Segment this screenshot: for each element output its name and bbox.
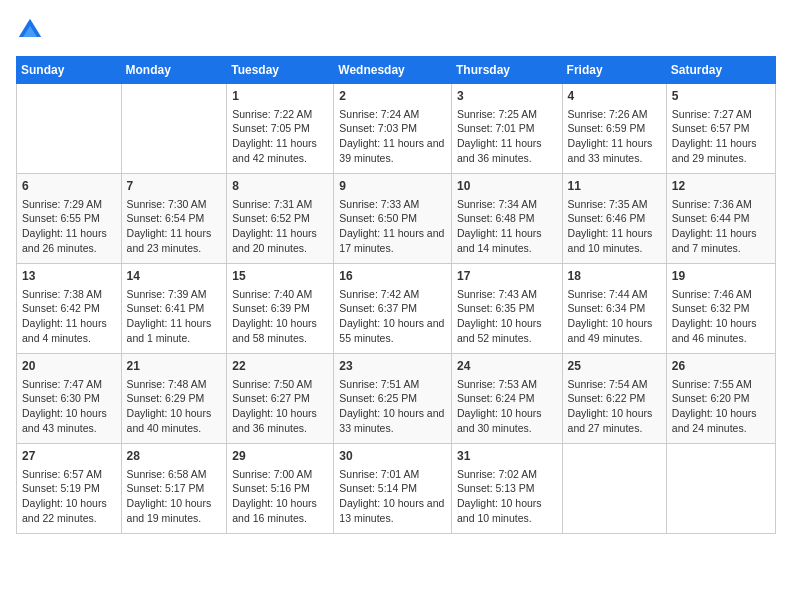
day-detail: Sunrise: 7:02 AM bbox=[457, 467, 557, 482]
day-detail: Daylight: 10 hours and 30 minutes. bbox=[457, 406, 557, 435]
day-number: 22 bbox=[232, 358, 328, 375]
day-number: 23 bbox=[339, 358, 446, 375]
day-detail: Sunrise: 7:53 AM bbox=[457, 377, 557, 392]
day-detail: Sunrise: 7:25 AM bbox=[457, 107, 557, 122]
day-number: 18 bbox=[568, 268, 661, 285]
day-detail: Sunrise: 6:57 AM bbox=[22, 467, 116, 482]
day-detail: Sunrise: 6:58 AM bbox=[127, 467, 222, 482]
day-number: 31 bbox=[457, 448, 557, 465]
day-number: 30 bbox=[339, 448, 446, 465]
day-number: 20 bbox=[22, 358, 116, 375]
day-number: 28 bbox=[127, 448, 222, 465]
day-detail: Sunset: 6:59 PM bbox=[568, 121, 661, 136]
day-detail: Daylight: 11 hours and 14 minutes. bbox=[457, 226, 557, 255]
day-detail: Daylight: 10 hours and 19 minutes. bbox=[127, 496, 222, 525]
day-detail: Sunset: 6:50 PM bbox=[339, 211, 446, 226]
day-detail: Sunset: 5:14 PM bbox=[339, 481, 446, 496]
day-detail: Sunrise: 7:46 AM bbox=[672, 287, 770, 302]
weekday-header-saturday: Saturday bbox=[666, 57, 775, 84]
day-number: 10 bbox=[457, 178, 557, 195]
calendar-cell: 18Sunrise: 7:44 AMSunset: 6:34 PMDayligh… bbox=[562, 264, 666, 354]
day-detail: Sunset: 5:16 PM bbox=[232, 481, 328, 496]
day-number: 27 bbox=[22, 448, 116, 465]
day-number: 13 bbox=[22, 268, 116, 285]
calendar-cell bbox=[666, 444, 775, 534]
day-detail: Sunrise: 7:00 AM bbox=[232, 467, 328, 482]
calendar-cell: 4Sunrise: 7:26 AMSunset: 6:59 PMDaylight… bbox=[562, 84, 666, 174]
day-detail: Sunrise: 7:42 AM bbox=[339, 287, 446, 302]
calendar-cell: 5Sunrise: 7:27 AMSunset: 6:57 PMDaylight… bbox=[666, 84, 775, 174]
logo bbox=[16, 16, 48, 44]
day-number: 7 bbox=[127, 178, 222, 195]
day-number: 26 bbox=[672, 358, 770, 375]
calendar-cell: 25Sunrise: 7:54 AMSunset: 6:22 PMDayligh… bbox=[562, 354, 666, 444]
day-detail: Sunrise: 7:01 AM bbox=[339, 467, 446, 482]
day-detail: Sunrise: 7:50 AM bbox=[232, 377, 328, 392]
calendar-cell: 30Sunrise: 7:01 AMSunset: 5:14 PMDayligh… bbox=[334, 444, 452, 534]
day-detail: Daylight: 10 hours and 43 minutes. bbox=[22, 406, 116, 435]
day-detail: Sunrise: 7:48 AM bbox=[127, 377, 222, 392]
day-detail: Sunset: 7:03 PM bbox=[339, 121, 446, 136]
day-detail: Sunrise: 7:26 AM bbox=[568, 107, 661, 122]
day-detail: Sunset: 5:19 PM bbox=[22, 481, 116, 496]
day-detail: Sunset: 6:20 PM bbox=[672, 391, 770, 406]
day-number: 5 bbox=[672, 88, 770, 105]
day-detail: Sunrise: 7:39 AM bbox=[127, 287, 222, 302]
calendar-cell: 14Sunrise: 7:39 AMSunset: 6:41 PMDayligh… bbox=[121, 264, 227, 354]
day-detail: Sunset: 6:30 PM bbox=[22, 391, 116, 406]
day-number: 15 bbox=[232, 268, 328, 285]
day-detail: Sunrise: 7:33 AM bbox=[339, 197, 446, 212]
calendar-cell: 11Sunrise: 7:35 AMSunset: 6:46 PMDayligh… bbox=[562, 174, 666, 264]
day-detail: Sunrise: 7:55 AM bbox=[672, 377, 770, 392]
day-number: 2 bbox=[339, 88, 446, 105]
calendar-cell: 24Sunrise: 7:53 AMSunset: 6:24 PMDayligh… bbox=[451, 354, 562, 444]
day-detail: Daylight: 11 hours and 4 minutes. bbox=[22, 316, 116, 345]
calendar-cell: 8Sunrise: 7:31 AMSunset: 6:52 PMDaylight… bbox=[227, 174, 334, 264]
day-detail: Daylight: 10 hours and 33 minutes. bbox=[339, 406, 446, 435]
day-detail: Sunrise: 7:30 AM bbox=[127, 197, 222, 212]
day-detail: Sunrise: 7:44 AM bbox=[568, 287, 661, 302]
day-number: 8 bbox=[232, 178, 328, 195]
day-number: 24 bbox=[457, 358, 557, 375]
day-number: 17 bbox=[457, 268, 557, 285]
weekday-header-row: SundayMondayTuesdayWednesdayThursdayFrid… bbox=[17, 57, 776, 84]
day-number: 9 bbox=[339, 178, 446, 195]
day-detail: Daylight: 11 hours and 29 minutes. bbox=[672, 136, 770, 165]
day-detail: Sunset: 6:25 PM bbox=[339, 391, 446, 406]
day-detail: Sunrise: 7:38 AM bbox=[22, 287, 116, 302]
day-detail: Daylight: 11 hours and 36 minutes. bbox=[457, 136, 557, 165]
day-detail: Sunrise: 7:34 AM bbox=[457, 197, 557, 212]
day-detail: Sunset: 6:48 PM bbox=[457, 211, 557, 226]
calendar-cell: 22Sunrise: 7:50 AMSunset: 6:27 PMDayligh… bbox=[227, 354, 334, 444]
day-detail: Daylight: 11 hours and 26 minutes. bbox=[22, 226, 116, 255]
day-detail: Sunrise: 7:47 AM bbox=[22, 377, 116, 392]
day-detail: Sunset: 6:32 PM bbox=[672, 301, 770, 316]
calendar-cell: 9Sunrise: 7:33 AMSunset: 6:50 PMDaylight… bbox=[334, 174, 452, 264]
day-detail: Sunset: 7:05 PM bbox=[232, 121, 328, 136]
day-detail: Sunrise: 7:24 AM bbox=[339, 107, 446, 122]
calendar-cell bbox=[562, 444, 666, 534]
day-number: 6 bbox=[22, 178, 116, 195]
day-detail: Daylight: 11 hours and 1 minute. bbox=[127, 316, 222, 345]
calendar-cell: 27Sunrise: 6:57 AMSunset: 5:19 PMDayligh… bbox=[17, 444, 122, 534]
calendar-cell: 3Sunrise: 7:25 AMSunset: 7:01 PMDaylight… bbox=[451, 84, 562, 174]
weekday-header-monday: Monday bbox=[121, 57, 227, 84]
logo-icon bbox=[16, 16, 44, 44]
day-detail: Daylight: 10 hours and 49 minutes. bbox=[568, 316, 661, 345]
weekday-header-friday: Friday bbox=[562, 57, 666, 84]
calendar-cell: 31Sunrise: 7:02 AMSunset: 5:13 PMDayligh… bbox=[451, 444, 562, 534]
calendar-week-row: 6Sunrise: 7:29 AMSunset: 6:55 PMDaylight… bbox=[17, 174, 776, 264]
day-number: 16 bbox=[339, 268, 446, 285]
day-detail: Sunset: 6:24 PM bbox=[457, 391, 557, 406]
calendar-cell: 16Sunrise: 7:42 AMSunset: 6:37 PMDayligh… bbox=[334, 264, 452, 354]
day-detail: Sunset: 6:34 PM bbox=[568, 301, 661, 316]
day-detail: Daylight: 11 hours and 42 minutes. bbox=[232, 136, 328, 165]
day-detail: Sunrise: 7:27 AM bbox=[672, 107, 770, 122]
day-detail: Daylight: 11 hours and 33 minutes. bbox=[568, 136, 661, 165]
day-number: 1 bbox=[232, 88, 328, 105]
day-detail: Sunset: 6:27 PM bbox=[232, 391, 328, 406]
day-detail: Sunset: 6:35 PM bbox=[457, 301, 557, 316]
day-detail: Sunrise: 7:35 AM bbox=[568, 197, 661, 212]
day-detail: Sunset: 6:46 PM bbox=[568, 211, 661, 226]
calendar-cell: 1Sunrise: 7:22 AMSunset: 7:05 PMDaylight… bbox=[227, 84, 334, 174]
